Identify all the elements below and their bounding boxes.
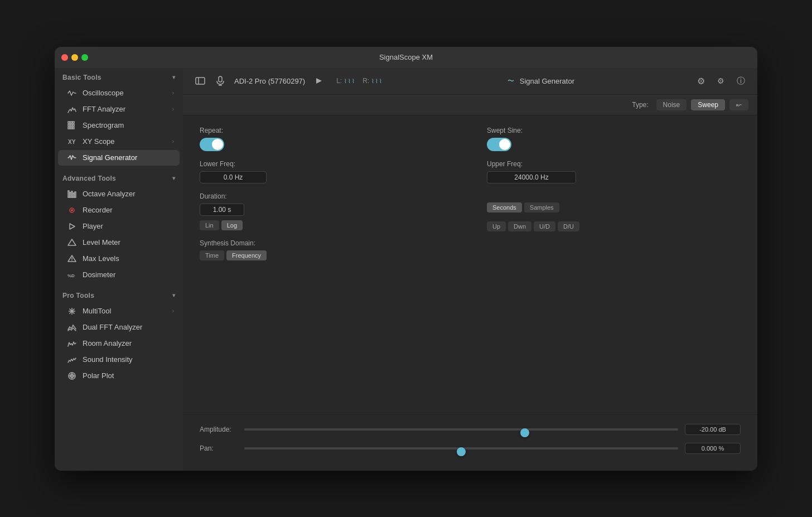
duration-group: Duration: 1.00 s Lin Log <box>200 192 453 230</box>
repeat-group: Repeat: <box>200 127 453 151</box>
basic-tools-header[interactable]: Basic Tools ▾ <box>55 68 183 85</box>
svg-rect-6 <box>68 127 70 129</box>
du-button[interactable]: D/U <box>558 221 579 231</box>
type-row: Type: Noise Sweep ↜ <box>183 95 757 115</box>
info-button[interactable]: ⓘ <box>732 74 750 89</box>
play-button[interactable] <box>311 75 327 87</box>
upper-freq-group: Upper Freq: 24000.0 Hz <box>487 160 741 183</box>
fullscreen-button[interactable] <box>81 54 88 61</box>
sidebar-item-sound-intensity[interactable]: Sound Intensity <box>58 352 180 368</box>
pan-slider-container <box>244 443 678 454</box>
sidebar-item-xy[interactable]: XY XY Scope › <box>58 134 180 149</box>
svg-rect-3 <box>68 124 70 126</box>
sidebar-item-oscilloscope[interactable]: Oscilloscope › <box>58 85 180 101</box>
sidebar-item-room-analyzer[interactable]: Room Analyzer <box>58 336 180 351</box>
sound-intensity-icon <box>66 355 78 365</box>
upper-freq-input[interactable]: 24000.0 Hz <box>487 171 576 183</box>
sidebar-item-dosimeter[interactable]: %D Dosimeter <box>58 267 180 283</box>
multitool-arrow: › <box>172 308 174 314</box>
duration-input[interactable]: 1.00 s <box>200 204 244 216</box>
type-noise-button[interactable]: Noise <box>656 99 687 110</box>
svg-rect-14 <box>75 192 76 197</box>
duration-row: 1.00 s <box>200 204 453 216</box>
amplitude-slider[interactable] <box>244 428 678 431</box>
svg-rect-11 <box>70 192 71 197</box>
sidebar-item-multitool[interactable]: MultiTool › <box>58 303 180 319</box>
swept-sine-label: Swept Sine: <box>487 127 741 134</box>
up-button[interactable]: Up <box>487 221 506 231</box>
sidebar-item-spectrogram[interactable]: Spectrogram <box>58 118 180 133</box>
left-channel-wave: ⌇⌇⌇ <box>344 78 356 84</box>
device-name: ADI-2 Pro (57760297) <box>234 77 305 85</box>
right-channel-label: R: <box>362 77 369 85</box>
level-meter-icon <box>66 238 78 248</box>
max-levels-icon <box>66 254 78 264</box>
spectrogram-label: Spectrogram <box>83 121 124 129</box>
sidebar-item-player[interactable]: Player <box>58 219 180 234</box>
amplitude-label: Amplitude: <box>200 426 244 433</box>
room-analyzer-icon <box>66 339 78 349</box>
right-channel-wave: ⌇⌇⌇ <box>371 78 383 84</box>
svg-rect-13 <box>73 193 74 197</box>
pan-slider[interactable] <box>244 447 678 450</box>
repeat-toggle[interactable] <box>200 138 224 151</box>
pro-tools-header[interactable]: Pro Tools ▾ <box>55 286 183 303</box>
time-button[interactable]: Time <box>200 250 224 260</box>
minimize-button[interactable] <box>71 54 78 61</box>
lower-freq-input[interactable]: 0.0 Hz <box>200 171 267 183</box>
sidebar-item-polar-plot[interactable]: Polar Plot <box>58 368 180 384</box>
pro-tools-chevron: ▾ <box>172 292 175 298</box>
settings2-button[interactable]: ⚙ <box>713 74 729 88</box>
svg-point-16 <box>71 209 73 211</box>
svg-rect-5 <box>72 124 74 126</box>
sidebar-item-recorder[interactable]: Recorder <box>58 202 180 218</box>
type-sweep-button[interactable]: Sweep <box>691 99 725 110</box>
multitool-icon <box>66 306 78 316</box>
lower-freq-label: Lower Freq: <box>200 160 453 168</box>
sidebar-item-level-meter[interactable]: Level Meter <box>58 235 180 250</box>
advanced-tools-header[interactable]: Advanced Tools ▾ <box>55 169 183 186</box>
recorder-icon <box>66 205 78 215</box>
sidebar-item-fft[interactable]: FFT Analyzer › <box>58 102 180 117</box>
signal-generator-label: Signal Generator <box>83 153 137 162</box>
polar-plot-icon <box>66 371 78 381</box>
lin-button[interactable]: Lin <box>200 220 219 230</box>
main-layout: Basic Tools ▾ Oscilloscope › FFT Analyze… <box>55 68 757 471</box>
mic-button[interactable] <box>212 74 229 88</box>
sidebar: Basic Tools ▾ Oscilloscope › FFT Analyze… <box>55 68 183 471</box>
sidebar-item-dual-fft[interactable]: Dual FFT Analyzer <box>58 320 180 335</box>
linlog-group: Lin Log <box>200 220 453 230</box>
octave-label: Octave Analyzer <box>83 190 136 198</box>
sidebar-item-max-levels[interactable]: Max Levels <box>58 251 180 267</box>
pro-tools-label: Pro Tools <box>62 292 94 299</box>
signal-gen-wave-icon: 〜 <box>508 76 514 86</box>
frequency-button[interactable]: Frequency <box>226 250 267 260</box>
duration-label: Duration: <box>200 192 453 200</box>
svg-rect-12 <box>71 191 72 197</box>
log-button[interactable]: Log <box>221 220 243 230</box>
sidebar-item-octave[interactable]: Octave Analyzer <box>58 186 180 202</box>
settings-button[interactable]: ⚙ <box>693 74 709 89</box>
oscilloscope-arrow: › <box>172 90 174 96</box>
samples-button[interactable]: Samples <box>524 202 559 212</box>
close-button[interactable] <box>61 54 68 61</box>
swept-sine-toggle[interactable] <box>487 138 511 151</box>
sidebar-item-signal-generator[interactable]: Signal Generator <box>58 150 180 166</box>
svg-text:%D: %D <box>67 273 75 278</box>
dosimeter-label: Dosimeter <box>83 270 115 279</box>
ud-button[interactable]: U/D <box>534 221 555 231</box>
toolbar: ADI-2 Pro (57760297) L: ⌇⌇⌇ R: ⌇⌇⌇ 〜 Sig… <box>183 68 757 95</box>
seconds-button[interactable]: Seconds <box>487 202 522 212</box>
type-custom-button[interactable]: ↜ <box>729 99 748 110</box>
dual-fft-label: Dual FFT Analyzer <box>83 323 142 331</box>
max-levels-label: Max Levels <box>83 254 119 263</box>
window-title: SignalScope XM <box>379 53 433 61</box>
direction-group: Up Dwn U/D D/U <box>487 221 741 231</box>
app-window: SignalScope XM Basic Tools ▾ Oscilloscop… <box>55 47 757 471</box>
pan-label: Pan: <box>200 444 244 452</box>
signal-generator-icon <box>66 153 78 163</box>
dwn-button[interactable]: Dwn <box>508 221 531 231</box>
synthesis-btns: Time Frequency <box>200 250 453 260</box>
panel-toggle-button[interactable] <box>191 75 210 87</box>
repeat-label: Repeat: <box>200 127 453 134</box>
